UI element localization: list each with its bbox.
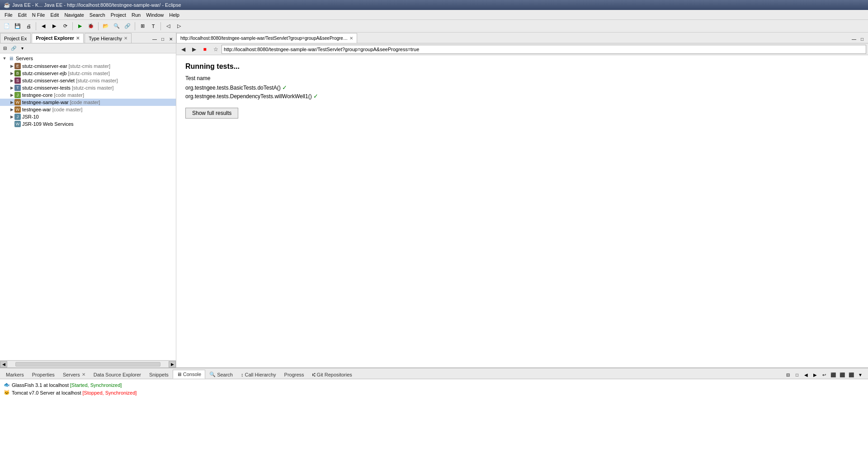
bottom-tab-search[interactable]: 🔍 Search xyxy=(205,370,237,379)
browser-tab-min-btn[interactable]: — xyxy=(850,35,858,43)
bottom-panel-toolbar-btn9[interactable]: ▼ xyxy=(856,371,864,379)
menu-n-file[interactable]: N File xyxy=(29,11,48,19)
bottom-tab-servers-close[interactable]: ✕ xyxy=(82,372,85,377)
toolbar-run-btn[interactable]: ▶ xyxy=(75,21,85,31)
bottom-tab-servers-label: Servers xyxy=(63,372,80,377)
glassfish-status: [Started, Synchronized] xyxy=(70,382,122,388)
bottom-tab-properties[interactable]: Properties xyxy=(28,370,59,379)
bottom-panel-toolbar-btn8[interactable]: ⬛ xyxy=(847,371,855,379)
expand-servers[interactable]: ▼ xyxy=(2,56,7,61)
bottom-tab-gitrepos[interactable]: ⑆ Git Repositories xyxy=(308,370,356,379)
expand-testngee-sample-war[interactable]: ▶ xyxy=(9,100,14,105)
tree-item-servers[interactable]: ▼ 🖥 Servers xyxy=(0,54,176,62)
tree-item-testngee-sample-war[interactable]: ▶ W testngee-sample-war [code master] xyxy=(0,99,176,106)
toolbar-type-btn[interactable]: T xyxy=(148,21,158,31)
browser-back-btn[interactable]: ◀ xyxy=(178,45,188,54)
toolbar-back-btn[interactable]: ◀ xyxy=(38,21,48,31)
toolbar-debug-btn[interactable]: 🐞 xyxy=(86,21,96,31)
toolbar-prev-btn[interactable]: ◁ xyxy=(163,21,173,31)
panel-menu-btn[interactable]: ▾ xyxy=(18,44,26,52)
expand-testngee-war[interactable]: ▶ xyxy=(9,107,14,112)
show-full-results-button[interactable]: Show full results xyxy=(185,108,238,119)
menu-file[interactable]: File xyxy=(2,11,15,19)
tab-project-ex[interactable]: Project Ex xyxy=(0,33,31,43)
browser-stop-btn[interactable]: ■ xyxy=(200,45,210,54)
toolbar-next-btn[interactable]: ▷ xyxy=(174,21,184,31)
panel-link-btn[interactable]: 🔗 xyxy=(9,44,18,52)
browser-address-input[interactable] xyxy=(222,45,866,54)
menu-project[interactable]: Project xyxy=(108,11,129,19)
toolbar-search-btn[interactable]: 🔍 xyxy=(112,21,122,31)
toolbar-new-btn[interactable]: 📄 xyxy=(2,21,12,31)
bottom-tab-progress[interactable]: Progress xyxy=(280,370,308,379)
browser-tabs: http://localhost:8080/testngee-sample-wa… xyxy=(176,33,868,43)
bottom-panel-toolbar-btn5[interactable]: ↩ xyxy=(820,371,828,379)
test-result-1-check: ✓ xyxy=(282,84,287,91)
bottom-tab-servers[interactable]: Servers ✕ xyxy=(59,370,90,379)
expand-stutz-ear[interactable]: ▶ xyxy=(9,64,14,68)
tree-item-testngee-war[interactable]: ▶ W testngee-war [code master] xyxy=(0,106,176,113)
toolbar-link-btn[interactable]: 🔗 xyxy=(123,21,132,31)
toolbar-refresh-btn[interactable]: ⟳ xyxy=(60,21,70,31)
menu-run[interactable]: Run xyxy=(129,11,143,19)
panel-max-btn[interactable]: □ xyxy=(159,35,167,43)
bottom-tab-callhierarchy[interactable]: ↕ Call Hierarchy xyxy=(237,370,280,379)
tree-item-testngee-core[interactable]: ▶ J testngee-core [code master] xyxy=(0,91,176,99)
bottom-tab-datasource-label: Data Source Explorer xyxy=(94,372,141,377)
tab-type-hierarchy[interactable]: Type Hierarchy ✕ xyxy=(85,33,132,43)
tree-item-stutz-servlet[interactable]: ▶ S stutz-cmisserver-servlet [stutz-cmis… xyxy=(0,77,176,84)
toolbar-open-btn[interactable]: 📂 xyxy=(101,21,111,31)
expand-stutz-servlet[interactable]: ▶ xyxy=(9,78,14,83)
bottom-panel-toolbar-btn7[interactable]: ⬛ xyxy=(838,371,846,379)
console-item-tomcat[interactable]: 🐱 Tomcat v7.0 Server at localhost [Stopp… xyxy=(4,389,864,396)
bottom-panel-toolbar-btn1[interactable]: ⊟ xyxy=(784,371,792,379)
hscrollbar[interactable] xyxy=(15,362,160,367)
expand-stutz-ejb[interactable]: ▶ xyxy=(9,71,14,76)
hscroll-right-btn[interactable]: ▶ xyxy=(169,361,176,367)
title-bar: ☕ Java EE - K... Java EE - http://localh… xyxy=(0,0,868,10)
bottom-panel-toolbar-btn4[interactable]: ▶ xyxy=(811,371,819,379)
bottom-tab-console[interactable]: 🖥 Console xyxy=(173,370,205,379)
main-layout: Project Ex Project Explorer ✕ Type Hiera… xyxy=(0,33,868,467)
browser-tab-main[interactable]: http://localhost:8080/testngee-sample-wa… xyxy=(176,33,357,43)
tree-item-jsr[interactable]: ▶ J JSR-10 xyxy=(0,113,176,120)
panel-close-btn[interactable]: ✕ xyxy=(167,35,175,43)
panel-min-btn[interactable]: — xyxy=(151,35,159,43)
bottom-panel-toolbar-btn3[interactable]: ◀ xyxy=(802,371,810,379)
menu-edit[interactable]: Edit xyxy=(15,11,29,19)
expand-stutz-tests[interactable]: ▶ xyxy=(9,86,14,90)
tab-project-explorer-close[interactable]: ✕ xyxy=(76,36,80,41)
toolbar-save-btn[interactable]: 💾 xyxy=(13,21,23,31)
bottom-tab-progress-label: Progress xyxy=(284,372,304,377)
browser-fwd-btn[interactable]: ▶ xyxy=(189,45,199,54)
bottom-tab-markers[interactable]: Markers xyxy=(2,370,28,379)
bottom-panel-toolbar-btn2[interactable]: □ xyxy=(793,371,801,379)
panel-collapse-btn[interactable]: ⊟ xyxy=(1,44,9,52)
tree-item-jsr109[interactable]: W JSR-109 Web Services xyxy=(0,120,176,128)
toolbar-layout-btn[interactable]: ⊞ xyxy=(137,21,147,31)
browser-tab-close[interactable]: ✕ xyxy=(349,36,353,41)
tree-item-stutz-ejb[interactable]: ▶ B stutz-cmisserver-ejb [stutz-cmis mas… xyxy=(0,70,176,77)
expand-testngee-core[interactable]: ▶ xyxy=(9,93,14,97)
hscroll-left-btn[interactable]: ◀ xyxy=(0,361,7,367)
bottom-tab-snippets[interactable]: Snippets xyxy=(145,370,173,379)
toolbar-fwd-btn[interactable]: ▶ xyxy=(49,21,59,31)
browser-tab-label: http://localhost:8080/testngee-sample-wa… xyxy=(180,36,348,41)
toolbar-print-btn[interactable]: 🖨 xyxy=(24,21,33,31)
menu-window[interactable]: Window xyxy=(143,11,166,19)
menu-edit2[interactable]: Edit xyxy=(47,11,61,19)
expand-jsr[interactable]: ▶ xyxy=(9,114,14,119)
menu-search[interactable]: Search xyxy=(87,11,108,19)
tab-project-explorer[interactable]: Project Explorer ✕ xyxy=(32,33,84,43)
tree-item-stutz-ear[interactable]: ▶ E stutz-cmisserver-ear [stutz-cmis mas… xyxy=(0,62,176,70)
browser-bookmark-btn[interactable]: ☆ xyxy=(211,45,221,54)
bottom-tab-datasource[interactable]: Data Source Explorer xyxy=(90,370,145,379)
tree-item-stutz-tests[interactable]: ▶ T stutz-cmisserver-tests [stutz-cmis m… xyxy=(0,84,176,91)
tab-type-hierarchy-close[interactable]: ✕ xyxy=(124,36,127,41)
jsr-label: JSR-10 xyxy=(22,114,39,119)
browser-tab-max-btn[interactable]: □ xyxy=(858,35,866,43)
menu-navigate[interactable]: Navigate xyxy=(61,11,86,19)
menu-help[interactable]: Help xyxy=(166,11,182,19)
bottom-panel-toolbar-btn6[interactable]: ⬛ xyxy=(829,371,837,379)
console-item-glassfish[interactable]: 🐟 GlassFish 3.1 at localhost [Started, S… xyxy=(4,381,864,389)
